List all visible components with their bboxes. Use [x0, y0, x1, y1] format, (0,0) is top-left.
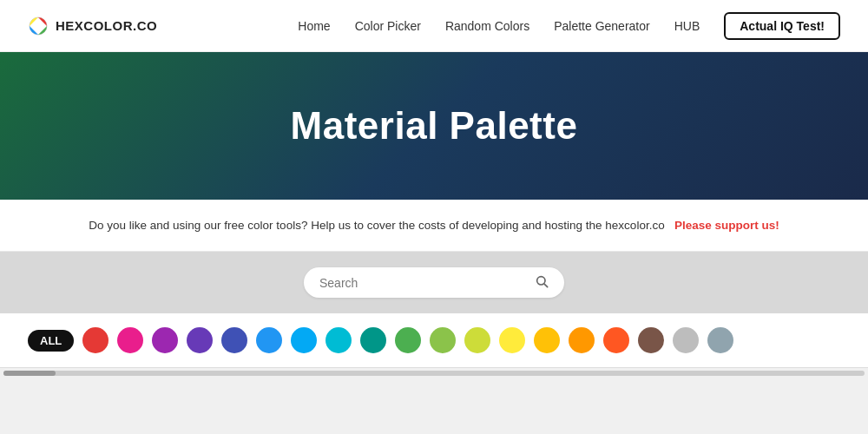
color-filter-deep-purple[interactable] — [187, 327, 213, 353]
svg-line-2 — [544, 284, 547, 286]
color-filter-teal[interactable] — [360, 327, 386, 353]
scrollbar-thumb — [3, 371, 56, 376]
color-filter-indigo[interactable] — [221, 327, 247, 353]
color-filter-light-green[interactable] — [430, 327, 456, 353]
nav-hub[interactable]: HUB — [674, 19, 700, 33]
search-box — [304, 267, 564, 298]
nav-random-colors[interactable]: Random Colors — [445, 19, 529, 33]
search-section — [0, 252, 868, 313]
search-input[interactable] — [319, 276, 528, 290]
scrollbar-track — [3, 371, 865, 376]
filter-all-button[interactable]: ALL — [28, 330, 74, 352]
logo-icon — [28, 16, 49, 36]
logo: HEXCOLOR.CO — [28, 16, 157, 36]
color-filter-lime[interactable] — [464, 327, 490, 353]
scrollbar — [0, 367, 868, 378]
color-filter-blue[interactable] — [256, 327, 282, 353]
color-filter-deep-orange[interactable] — [603, 327, 629, 353]
color-filter-cyan[interactable] — [326, 327, 352, 353]
color-filter-light-blue[interactable] — [291, 327, 317, 353]
color-filter-orange[interactable] — [569, 327, 595, 353]
header: HEXCOLOR.CO Home Color Picker Random Col… — [0, 0, 868, 52]
main-nav: Home Color Picker Random Colors Palette … — [298, 12, 840, 40]
nav-home[interactable]: Home — [298, 19, 330, 33]
search-icon — [535, 274, 549, 291]
color-filter-brown[interactable] — [638, 327, 664, 353]
support-banner: Do you like and using our free color too… — [0, 200, 868, 252]
color-filter-red[interactable] — [82, 327, 108, 353]
cta-button[interactable]: Actual IQ Test! — [724, 12, 840, 40]
svg-point-1 — [537, 277, 545, 285]
color-filter-bar: ALL — [0, 313, 868, 367]
support-link[interactable]: Please support us! — [674, 219, 779, 232]
color-filter-amber[interactable] — [534, 327, 560, 353]
color-filter-green[interactable] — [395, 327, 421, 353]
nav-palette-generator[interactable]: Palette Generator — [554, 19, 650, 33]
color-filter-pink[interactable] — [117, 327, 143, 353]
hero-title: Material Palette — [291, 104, 578, 148]
color-filter-blue-grey[interactable] — [707, 327, 733, 353]
support-text: Do you like and using our free color too… — [89, 219, 664, 232]
color-filter-grey[interactable] — [673, 327, 699, 353]
color-filter-yellow[interactable] — [499, 327, 525, 353]
nav-color-picker[interactable]: Color Picker — [355, 19, 421, 33]
color-filter-purple[interactable] — [152, 327, 178, 353]
hero-banner: Material Palette — [0, 52, 868, 200]
logo-text: HEXCOLOR.CO — [56, 18, 157, 33]
